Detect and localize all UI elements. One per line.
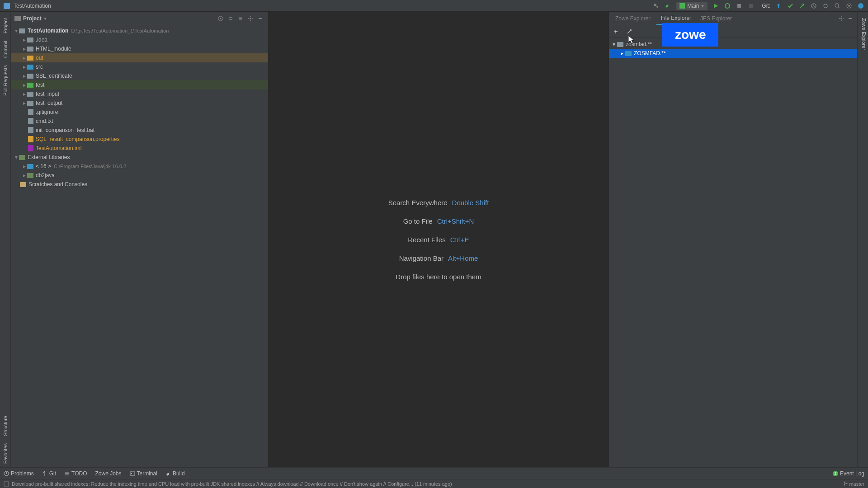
status-bar: Download pre-built shared indexes: Reduc… bbox=[0, 479, 868, 488]
project-root[interactable]: ▾ TestAutomation D:\gitTest\TestAutomati… bbox=[11, 26, 268, 35]
hint-drop-files: Drop files here to open them bbox=[396, 273, 481, 281]
tree-item[interactable]: SQL_result_comparison.properties bbox=[11, 135, 268, 144]
hint-goto-file: Go to File Ctrl+Shift+N bbox=[403, 217, 474, 225]
debug-button[interactable] bbox=[724, 2, 731, 9]
tree-item[interactable]: .gitignore bbox=[11, 108, 268, 117]
event-log-button[interactable]: 2 Event Log bbox=[833, 470, 864, 477]
zowe-jobs-button[interactable]: Zowe Jobs bbox=[95, 470, 121, 477]
tree-item[interactable]: init_comparison_test.bat bbox=[11, 126, 268, 135]
tree-item[interactable]: ▸ test_output bbox=[11, 99, 268, 108]
history-icon[interactable] bbox=[810, 2, 817, 9]
library-node[interactable]: ▸ db2java bbox=[11, 171, 268, 180]
run-config-name: Main bbox=[687, 3, 699, 9]
folder-icon bbox=[27, 65, 33, 70]
commit-icon[interactable] bbox=[787, 2, 794, 9]
editor-empty-area[interactable]: Search Everywhere Double Shift Go to Fil… bbox=[269, 12, 609, 467]
tab-pull-requests[interactable]: Pull Requests bbox=[0, 61, 10, 99]
zowe-profile-node[interactable]: ▾ zosmfad.** bbox=[609, 40, 857, 49]
zowe-tree[interactable]: ▾ zosmfad.** ▸ ZOSMFAD.** bbox=[609, 38, 857, 467]
hide-zowe-panel-icon[interactable] bbox=[847, 15, 854, 22]
problems-button[interactable]: Problems bbox=[4, 470, 34, 477]
tree-item[interactable]: ▸ HTML_module bbox=[11, 44, 268, 53]
panel-settings-icon[interactable] bbox=[246, 14, 255, 23]
update-project-icon[interactable] bbox=[775, 2, 782, 9]
file-icon bbox=[28, 127, 33, 133]
file-icon bbox=[28, 145, 33, 151]
tree-item[interactable]: TestAutomation.iml bbox=[11, 144, 268, 153]
right-tool-window-tabs: Zowe Explorer bbox=[857, 12, 868, 467]
svg-point-0 bbox=[654, 4, 656, 6]
hide-panel-icon[interactable] bbox=[256, 14, 264, 23]
scratches-node[interactable]: Scratches and Consoles bbox=[11, 180, 268, 189]
jdk-node[interactable]: ▸ < 16 > C:\Program Files\Java\jdk-16.0.… bbox=[11, 162, 268, 171]
tab-zowe-explorer-right[interactable]: Zowe Explorer bbox=[858, 14, 868, 54]
search-everywhere-icon[interactable] bbox=[834, 2, 841, 9]
folder-icon bbox=[27, 74, 33, 79]
terminal-button[interactable]: Terminal bbox=[130, 470, 157, 477]
project-panel-title[interactable]: Project bbox=[23, 15, 42, 22]
build-hammer-icon[interactable] bbox=[664, 2, 671, 9]
expand-all-icon[interactable] bbox=[226, 14, 235, 23]
run-config-icon bbox=[679, 3, 685, 9]
run-button[interactable] bbox=[712, 2, 719, 9]
svg-point-1 bbox=[656, 6, 658, 8]
tree-item[interactable]: cmd.txt bbox=[11, 117, 268, 126]
svg-rect-4 bbox=[749, 4, 753, 8]
tab-zowe-explorer[interactable]: Zowe Explorer: bbox=[611, 13, 656, 24]
external-libraries[interactable]: ▾ External Libraries bbox=[11, 153, 268, 162]
svg-point-6 bbox=[835, 4, 839, 7]
tree-item[interactable]: ▸ src bbox=[11, 62, 268, 71]
rollback-icon[interactable] bbox=[822, 2, 829, 9]
push-icon[interactable] bbox=[798, 2, 806, 9]
svg-point-10 bbox=[220, 18, 222, 19]
panel-gear-icon[interactable] bbox=[838, 15, 844, 22]
tree-item[interactable]: ▸ test_input bbox=[11, 89, 268, 99]
project-tool-window: Project ▾ ▾ TestAutomation D:\gitTest\Te… bbox=[11, 12, 269, 467]
status-message[interactable]: Download pre-built shared indexes: Reduc… bbox=[12, 481, 843, 487]
add-connection-button[interactable] bbox=[609, 25, 623, 38]
hint-recent-files: Recent Files Ctrl+E bbox=[408, 236, 469, 244]
locate-icon[interactable] bbox=[217, 14, 225, 23]
ide-settings-icon[interactable] bbox=[845, 2, 853, 9]
file-icon bbox=[28, 109, 33, 115]
tree-item[interactable]: ▸ out bbox=[11, 53, 268, 62]
build-button[interactable]: Build bbox=[165, 470, 185, 477]
tab-commit[interactable]: Commit bbox=[0, 37, 10, 61]
run-configuration-selector[interactable]: Main ▾ bbox=[676, 2, 708, 10]
event-count-badge: 2 bbox=[833, 471, 838, 476]
code-with-me-icon[interactable] bbox=[652, 2, 660, 9]
left-tool-window-tabs: Project Commit Pull Requests Structure F… bbox=[0, 12, 11, 467]
git-branch-indicator[interactable]: master bbox=[843, 481, 864, 487]
zowe-dataset-node[interactable]: ▸ ZOSMFAD.** bbox=[609, 49, 857, 58]
svg-point-8 bbox=[858, 3, 863, 9]
tab-jes-explorer[interactable]: JES Explorer bbox=[696, 13, 736, 24]
library-icon bbox=[27, 173, 33, 178]
run-with-coverage-button[interactable] bbox=[736, 2, 743, 9]
stop-button[interactable] bbox=[747, 2, 755, 9]
jdk-icon bbox=[27, 164, 33, 169]
git-button[interactable]: Git bbox=[42, 470, 56, 477]
project-tree[interactable]: ▾ TestAutomation D:\gitTest\TestAutomati… bbox=[11, 25, 268, 467]
tab-project[interactable]: Project bbox=[0, 14, 10, 37]
svg-rect-3 bbox=[737, 4, 741, 8]
svg-rect-15 bbox=[4, 482, 9, 486]
hint-navigation-bar: Navigation Bar Alt+Home bbox=[399, 254, 478, 262]
mouse-cursor-icon bbox=[628, 35, 635, 44]
app-title: TestAutomation bbox=[14, 3, 652, 9]
profile-icon bbox=[617, 42, 623, 47]
status-icon[interactable] bbox=[4, 481, 9, 487]
tree-item[interactable]: ▸ SSL_certificate bbox=[11, 71, 268, 80]
svg-point-7 bbox=[848, 5, 850, 7]
folder-icon bbox=[27, 101, 33, 106]
todo-button[interactable]: TODO bbox=[64, 470, 87, 477]
tab-favorites[interactable]: Favorites bbox=[0, 440, 10, 467]
bottom-tool-bar: Problems Git TODO Zowe Jobs Terminal Bui… bbox=[0, 467, 868, 479]
collapse-all-icon[interactable] bbox=[236, 14, 245, 23]
file-icon bbox=[28, 136, 33, 142]
tree-item[interactable]: ▸ test bbox=[11, 80, 268, 89]
zowe-explorer-panel: Zowe Explorer: File Explorer JES Explore… bbox=[609, 12, 857, 467]
tree-item[interactable]: ▸ .idea bbox=[11, 35, 268, 44]
zowe-badge: zowe bbox=[662, 23, 718, 47]
profile-icon[interactable] bbox=[857, 2, 864, 9]
tab-structure[interactable]: Structure bbox=[0, 412, 10, 440]
